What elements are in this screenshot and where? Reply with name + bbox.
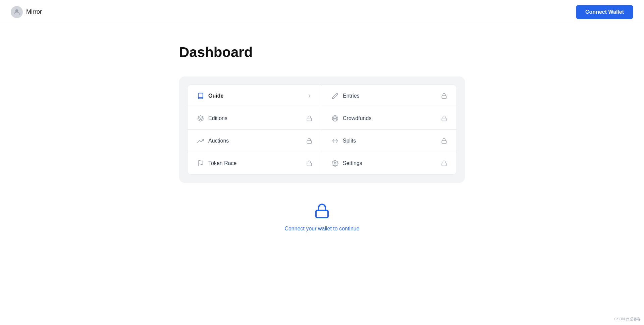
grid-item-auctions[interactable]: Auctions bbox=[187, 130, 322, 152]
item-left-crowdfunds: Crowdfunds bbox=[331, 115, 371, 122]
settings-label: Settings bbox=[343, 160, 362, 166]
token-race-label: Token Race bbox=[208, 160, 237, 166]
trending-icon bbox=[197, 137, 204, 145]
grid-item-guide[interactable]: Guide bbox=[187, 85, 322, 107]
editions-label: Editions bbox=[208, 115, 227, 121]
auctions-label: Auctions bbox=[208, 138, 229, 144]
lock-icon-auctions bbox=[306, 138, 312, 144]
svg-rect-12 bbox=[307, 163, 312, 166]
connect-lock-icon bbox=[314, 203, 330, 220]
svg-rect-15 bbox=[316, 210, 328, 218]
navbar: Mirror Connect Wallet bbox=[0, 0, 644, 24]
connect-wallet-text: Connect your wallet to continue bbox=[284, 226, 359, 232]
connect-section: Connect your wallet to continue bbox=[179, 183, 465, 238]
book-icon bbox=[197, 92, 204, 100]
lock-icon-splits bbox=[441, 138, 447, 144]
splits-label: Splits bbox=[343, 138, 356, 144]
item-left-settings: Settings bbox=[331, 160, 362, 167]
chevron-right-icon bbox=[307, 93, 312, 99]
grid-item-settings[interactable]: Settings bbox=[322, 152, 457, 174]
svg-point-6 bbox=[334, 118, 335, 119]
svg-rect-1 bbox=[442, 96, 446, 98]
svg-rect-8 bbox=[307, 141, 312, 143]
logo bbox=[11, 6, 23, 18]
main-content: Dashboard Guide bbox=[171, 24, 473, 252]
svg-rect-10 bbox=[442, 141, 446, 143]
brand-name: Mirror bbox=[26, 8, 42, 15]
flag-icon bbox=[197, 160, 204, 167]
grid-item-crowdfunds[interactable]: Crowdfunds bbox=[322, 107, 457, 130]
layers-icon bbox=[197, 115, 204, 122]
item-left-editions: Editions bbox=[197, 115, 227, 122]
item-left-auctions: Auctions bbox=[197, 137, 229, 145]
lock-icon-entries bbox=[441, 93, 447, 99]
pencil-icon bbox=[331, 92, 339, 100]
grid-item-editions[interactable]: Editions bbox=[187, 107, 322, 130]
svg-point-5 bbox=[333, 117, 337, 120]
item-left-token-race: Token Race bbox=[197, 160, 237, 167]
grid-item-entries[interactable]: Entries bbox=[322, 85, 457, 107]
lock-icon-token-race bbox=[306, 160, 312, 166]
item-left-splits: Splits bbox=[331, 137, 356, 145]
item-left-guide: Guide bbox=[197, 92, 223, 100]
grid-item-splits[interactable]: Splits bbox=[322, 130, 457, 152]
gear-icon bbox=[331, 160, 339, 167]
svg-rect-7 bbox=[442, 118, 446, 121]
dashboard-container: Guide Entries bbox=[179, 76, 465, 183]
entries-label: Entries bbox=[343, 93, 360, 99]
lock-icon-editions bbox=[306, 115, 312, 121]
svg-rect-3 bbox=[307, 118, 312, 121]
brand: Mirror bbox=[11, 6, 42, 18]
svg-point-13 bbox=[334, 163, 336, 164]
grid-item-token-race[interactable]: Token Race bbox=[187, 152, 322, 174]
guide-label: Guide bbox=[208, 93, 223, 99]
split-icon bbox=[331, 137, 339, 145]
page-title: Dashboard bbox=[179, 44, 465, 60]
target-icon bbox=[331, 115, 339, 122]
dashboard-grid: Guide Entries bbox=[187, 85, 457, 175]
watermark: CSDN @必赛客 bbox=[614, 317, 641, 322]
lock-icon-crowdfunds bbox=[441, 115, 447, 121]
item-left-entries: Entries bbox=[331, 92, 360, 100]
svg-rect-14 bbox=[442, 163, 446, 166]
svg-marker-2 bbox=[198, 116, 204, 118]
connect-wallet-button[interactable]: Connect Wallet bbox=[576, 5, 633, 19]
lock-icon-settings bbox=[441, 160, 447, 166]
crowdfunds-label: Crowdfunds bbox=[343, 115, 371, 121]
